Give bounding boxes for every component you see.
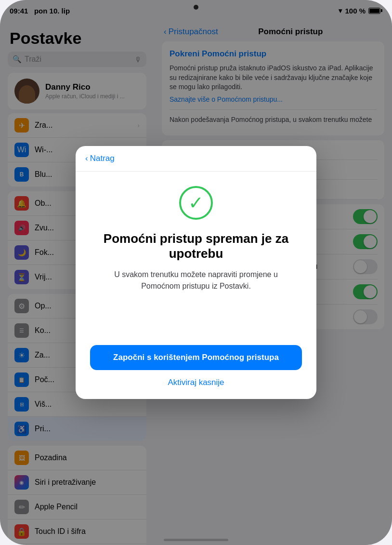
modal-footer: Započni s korištenjem Pomoćnog pristupa …	[76, 345, 316, 399]
modal-overlay: ‹ Natrag ✓ Pomoćni pristup spreman je za…	[0, 0, 392, 545]
camera-dot	[194, 5, 198, 10]
primary-action-button[interactable]: Započni s korištenjem Pomoćnog pristupa	[90, 345, 302, 370]
modal-description: U svakom trenutku možete napraviti promj…	[114, 269, 278, 292]
modal-card: ‹ Natrag ✓ Pomoćni pristup spreman je za…	[76, 146, 316, 399]
modal-title: Pomoćni pristup spreman je za upotrebu	[95, 231, 297, 261]
modal-body: ✓ Pomoćni pristup spreman je za upotrebu…	[76, 172, 316, 345]
secondary-action-button[interactable]: Aktiviraj kasnije	[168, 378, 224, 387]
modal-back-chevron: ‹	[85, 154, 88, 163]
modal-back-button[interactable]: ‹ Natrag	[85, 154, 115, 163]
modal-back-label: Natrag	[90, 154, 115, 163]
home-indicator	[164, 539, 228, 541]
success-icon-circle: ✓	[179, 186, 213, 220]
device-frame: 09:41 pon 10. lip ▾ 100 % Postavke 🔍 Tra…	[0, 0, 392, 545]
modal-header: ‹ Natrag	[76, 146, 316, 172]
checkmark-icon: ✓	[188, 194, 204, 212]
